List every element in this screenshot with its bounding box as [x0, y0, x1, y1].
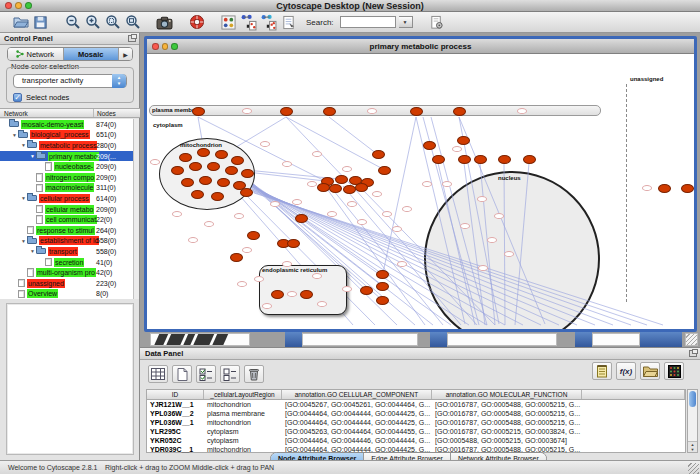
zoom-in-icon[interactable]	[84, 14, 101, 31]
zoom-window-button[interactable]	[25, 2, 32, 9]
table-row[interactable]: YPL036W__2plasma membrane[GO:0044464, GO…	[147, 409, 685, 418]
graph-node-unhighlighted[interactable]	[478, 265, 488, 271]
graph-node-unhighlighted[interactable]	[342, 286, 352, 292]
graph-node-unhighlighted[interactable]	[357, 219, 367, 225]
table-cell[interactable]: [GO:0045263, GO:0044464, GO:0044455, G..…	[282, 427, 432, 436]
table-cell[interactable]: cytoplasm	[204, 427, 282, 436]
table-cell[interactable]: [GO:0045267, GO:0045261, GO:0044464, G..…	[282, 400, 432, 409]
graph-node-unhighlighted[interactable]	[367, 108, 377, 114]
network-tree-row[interactable]: ▼establishment of lo558(0)	[0, 236, 134, 247]
zoom-out-icon[interactable]	[64, 14, 81, 31]
graph-node-transporter[interactable]	[295, 214, 308, 223]
tree-scrollbar[interactable]	[133, 119, 139, 299]
graph-node-unhighlighted[interactable]	[150, 159, 160, 165]
graph-node-unhighlighted[interactable]	[172, 211, 182, 217]
graph-node-unhighlighted[interactable]	[494, 213, 504, 219]
network-tree-row[interactable]: nucleobase-209(0)	[0, 161, 134, 172]
table-cell[interactable]: [GO:0016787, GO:0005215, GO:0003824, G..…	[432, 427, 582, 436]
graph-node-unhighlighted[interactable]	[317, 301, 327, 307]
graph-node-unhighlighted[interactable]	[477, 196, 487, 202]
graph-node-transporter[interactable]	[287, 239, 300, 248]
graph-node-transporter[interactable]	[335, 175, 348, 184]
table-cell[interactable]: [GO:0044464, GO:0044444, GO:0044425, G..…	[282, 418, 432, 427]
table-cell[interactable]: [GO:0016787, GO:0005488, GO:0005215, G..…	[432, 418, 582, 427]
graph-node-unhighlighted[interactable]	[188, 237, 198, 243]
network-tree-row[interactable]: response to stimul264(0)	[0, 225, 134, 236]
graph-node-transporter[interactable]	[317, 183, 330, 192]
table-column-header[interactable]: _cellularLayoutRegion	[204, 390, 282, 399]
network-tree-row[interactable]: Overview8(0)	[0, 289, 134, 300]
import-attributes-icon[interactable]	[640, 362, 660, 380]
graph-node-transporter[interactable]	[376, 296, 389, 305]
graph-node-transporter[interactable]	[355, 183, 368, 192]
network-tree-row[interactable]: mosaic-demo-yeast874(0)	[0, 119, 134, 130]
graph-node-unhighlighted[interactable]	[397, 261, 407, 267]
graph-node-unhighlighted[interactable]	[347, 201, 357, 207]
table-row[interactable]: YLR295Ccytoplasm[GO:0045263, GO:0044464,…	[147, 427, 685, 436]
graph-node-unhighlighted[interactable]	[642, 185, 652, 191]
table-row[interactable]: YPL036W__1mitochondrion[GO:0044464, GO:0…	[147, 418, 685, 427]
tree-expander-icon[interactable]: ▼	[20, 195, 27, 201]
table-cell[interactable]: [GO:0016787, GO:0005488, GO:0005215, G..…	[432, 409, 582, 418]
network-tree-row[interactable]: multi-organism pro42(0)	[0, 267, 134, 278]
network-tree-row[interactable]: macromolecule311(0)	[0, 183, 134, 194]
float-panel-icon[interactable]	[128, 35, 136, 42]
table-column-header[interactable]: annotation.GO MOLECULAR_FUNCTION	[432, 390, 582, 399]
tab-mosaic[interactable]: Mosaic	[64, 48, 120, 60]
network-tree-row[interactable]: unassigned223(0)	[0, 278, 134, 289]
graph-node-unhighlighted[interactable]	[260, 141, 270, 147]
graph-node-unhighlighted[interactable]	[392, 226, 402, 232]
help-lifebuoy-icon[interactable]	[188, 14, 205, 31]
notepad-icon[interactable]	[592, 362, 612, 380]
graph-node-transporter[interactable]	[179, 153, 192, 162]
app-resize-grip[interactable]	[688, 463, 699, 474]
attribute-table-icon[interactable]	[148, 365, 168, 383]
zoom-selected-icon[interactable]	[104, 14, 121, 31]
network-tree-row[interactable]: cell communicat22(0)	[0, 214, 134, 225]
graph-node-unhighlighted[interactable]	[487, 237, 497, 243]
graph-node-transporter[interactable]	[247, 231, 260, 240]
tree-expander-icon[interactable]: ▼	[29, 248, 36, 254]
graph-node-unhighlighted[interactable]	[287, 291, 297, 297]
zoom-fit-icon[interactable]	[124, 14, 141, 31]
graph-node-transporter[interactable]	[171, 166, 184, 175]
network-view-window[interactable]: primary metabolic process plasma membran…	[144, 36, 697, 332]
tree-expander-icon[interactable]: ▼	[20, 238, 27, 244]
graph-node-transporter[interactable]	[378, 166, 391, 175]
snapshot-camera-icon[interactable]	[156, 14, 173, 31]
graph-node-unhighlighted[interactable]	[292, 199, 302, 205]
graph-node-transporter[interactable]	[231, 156, 244, 165]
table-cell[interactable]: [GO:0016787, GO:0005488, GO:0005215, G..…	[432, 400, 582, 409]
matrix-heatmap-icon[interactable]	[664, 362, 684, 380]
graph-node-unhighlighted[interactable]	[382, 211, 392, 217]
graph-node-transporter[interactable]	[230, 253, 243, 262]
close-view-button[interactable]	[152, 43, 159, 50]
search-options-icon[interactable]	[428, 14, 445, 31]
graph-node-unhighlighted[interactable]	[452, 146, 462, 152]
graph-node-transporter[interactable]	[197, 148, 210, 157]
graph-node-unhighlighted[interactable]	[442, 181, 452, 187]
network-tree-row[interactable]: ▼cellular process614(0)	[0, 193, 134, 204]
graph-node-unhighlighted[interactable]	[242, 247, 252, 253]
function-builder-icon[interactable]: f(x)	[616, 362, 636, 380]
graph-node-transporter[interactable]	[432, 155, 445, 164]
table-cell[interactable]: [GO:0005488, GO:0005215, GO:0003674]	[432, 436, 582, 445]
graph-node-transporter[interactable]	[410, 107, 423, 116]
network-tree-row[interactable]: cellular metabo209(0)	[0, 204, 134, 215]
table-cell[interactable]: YLR295C	[147, 427, 204, 436]
network-tree-row[interactable]: nitrogen compo209(0)	[0, 172, 134, 183]
graph-node-unhighlighted[interactable]	[422, 181, 432, 187]
table-cell[interactable]: plasma membrane	[204, 409, 282, 418]
table-cell[interactable]: [GO:0044464, GO:0044446, GO:0044444, G..…	[282, 436, 432, 445]
graph-node-transporter[interactable]	[280, 107, 293, 116]
table-column-header[interactable]: ID	[147, 390, 204, 399]
graph-node-unhighlighted[interactable]	[342, 166, 352, 172]
attribute-table[interactable]: ID_cellularLayoutRegionannotation.GO CEL…	[146, 389, 686, 453]
search-dropdown-button[interactable]: ▼	[399, 16, 413, 28]
graph-node-unhighlighted[interactable]	[234, 213, 244, 219]
graph-node-transporter[interactable]	[453, 107, 466, 116]
graph-node-transporter[interactable]	[189, 162, 202, 171]
graph-node-transporter[interactable]	[681, 184, 694, 193]
graph-node-transporter[interactable]	[343, 185, 356, 194]
zoom-view-button[interactable]	[171, 43, 178, 50]
